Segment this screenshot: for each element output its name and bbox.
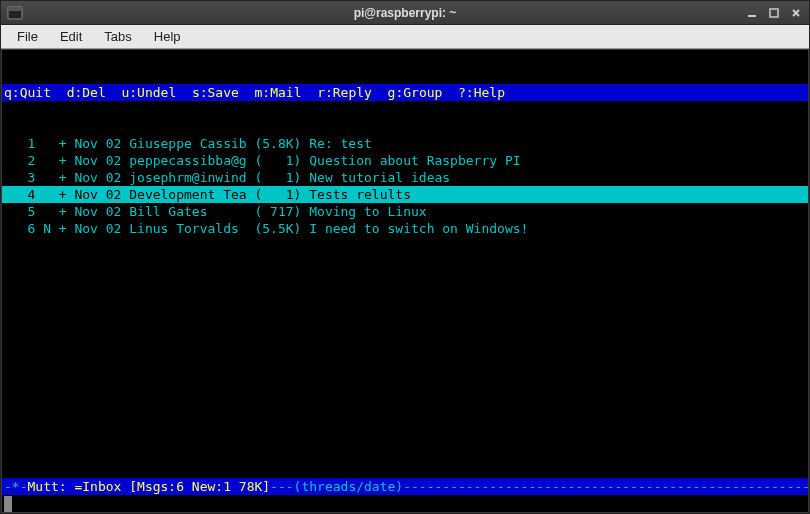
app-icon [7, 5, 23, 21]
message-row[interactable]: 1 + Nov 02 Giuseppe Cassib (5.8K) Re: te… [2, 135, 808, 152]
cursor [4, 496, 12, 512]
window-controls [745, 6, 803, 20]
window-title: pi@raspberrypi: ~ [1, 6, 809, 20]
message-row[interactable]: 3 + Nov 02 josephrm@inwind ( 1) New tuto… [2, 169, 808, 186]
menu-file[interactable]: File [7, 26, 48, 47]
menubar: File Edit Tabs Help [1, 25, 809, 49]
minimize-button[interactable] [745, 6, 759, 20]
hotkey-quit: q:Quit [4, 85, 51, 100]
message-list: 1 + Nov 02 Giuseppe Cassib (5.8K) Re: te… [2, 135, 808, 237]
status-prefix: -*- [4, 479, 27, 494]
message-row[interactable]: 2 + Nov 02 peppecassibba@g ( 1) Question… [2, 152, 808, 169]
message-row[interactable]: 4 + Nov 02 Development Tea ( 1) Tests re… [2, 186, 808, 203]
svg-rect-1 [9, 8, 21, 11]
message-row[interactable]: 6 N + Nov 02 Linus Torvalds (5.5K) I nee… [2, 220, 808, 237]
hotkey-undel: u:Undel [121, 85, 176, 100]
maximize-button[interactable] [767, 6, 781, 20]
status-bar: -*-Mutt: =Inbox [Msgs:6 New:1 78K]---(th… [2, 478, 808, 495]
titlebar: pi@raspberrypi: ~ [1, 1, 809, 25]
hotkey-save: s:Save [192, 85, 239, 100]
terminal-area[interactable]: q:Quit d:Del u:Undel s:Save m:Mail r:Rep… [2, 50, 808, 512]
status-tail: ---(threads/date)-----------------------… [270, 479, 808, 494]
hotkey-help: ?:Help [458, 85, 505, 100]
message-row[interactable]: 5 + Nov 02 Bill Gates ( 717) Moving to L… [2, 203, 808, 220]
close-button[interactable] [789, 6, 803, 20]
status-mutt: Mutt: =Inbox [Msgs:6 New:1 78K] [27, 479, 270, 494]
hotkey-reply: r:Reply [317, 85, 372, 100]
terminal-window: pi@raspberrypi: ~ File Edit Tabs Help q:… [0, 0, 810, 514]
hotkey-mail: m:Mail [255, 85, 302, 100]
menu-help[interactable]: Help [144, 26, 191, 47]
svg-rect-3 [770, 9, 778, 17]
menu-edit[interactable]: Edit [50, 26, 92, 47]
hotkey-del: d:Del [67, 85, 106, 100]
hotkey-group: g:Group [388, 85, 443, 100]
menu-tabs[interactable]: Tabs [94, 26, 141, 47]
hotkey-bar: q:Quit d:Del u:Undel s:Save m:Mail r:Rep… [2, 84, 808, 101]
